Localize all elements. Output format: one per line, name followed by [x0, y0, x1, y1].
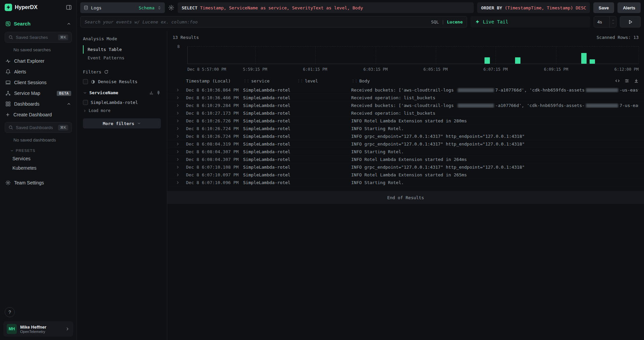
histogram-bar[interactable] — [485, 57, 490, 64]
expand-row-icon[interactable] — [176, 134, 180, 138]
download-icon[interactable] — [634, 78, 639, 83]
log-row[interactable]: Dec 8 6:10:36.466 PM SimpleLambda-rotel … — [167, 94, 644, 102]
more-filters-button[interactable]: More filters — [83, 118, 161, 128]
load-more-label: Load more — [89, 108, 110, 113]
play-button[interactable] — [620, 16, 641, 27]
col-body[interactable]: ⋮⋮Body — [351, 78, 639, 83]
log-row[interactable]: Dec 8 6:07:10.108 PM SimpleLambda-rotel … — [167, 163, 644, 171]
hyperdx-logo[interactable]: HyperDX — [5, 4, 38, 11]
alerts-button[interactable]: Alerts — [617, 2, 641, 13]
chevron-right-icon — [65, 327, 70, 331]
order-by-input[interactable]: ORDER BY (TimestampTime, Timestamp) DESC — [477, 2, 590, 13]
drag-handle-icon[interactable]: ⋮⋮ — [351, 79, 357, 83]
preset-services[interactable]: Services — [0, 154, 77, 163]
lucene-mode-toggle[interactable]: Lucene — [447, 19, 463, 24]
row-body: INFO grpc_endpoint="127.0.0.1:4317" http… — [351, 134, 639, 139]
histogram-bar[interactable] — [590, 59, 595, 64]
source-select[interactable]: Logs Schema — [80, 2, 165, 13]
facet-checkbox[interactable] — [83, 100, 88, 105]
chevron-up-icon — [66, 21, 71, 26]
col-service[interactable]: ⋮⋮service — [243, 78, 293, 83]
sidebar-item-dashboards[interactable]: Dashboards — [0, 99, 77, 109]
expand-row-icon[interactable] — [176, 103, 180, 108]
expand-row-icon[interactable] — [176, 173, 180, 177]
drag-handle-icon[interactable]: ⋮⋮ — [297, 79, 303, 83]
interval-stepper[interactable] — [609, 16, 616, 27]
saved-searches-input[interactable]: Saved Searches ⌘K — [5, 32, 72, 43]
expand-row-icon[interactable] — [176, 111, 180, 115]
facet-simplelambda-rotel[interactable]: SimpleLambda-rotel — [83, 100, 161, 105]
create-dashboard-button[interactable]: Create Dashboard — [0, 109, 77, 120]
pin-icon[interactable] — [156, 91, 161, 95]
log-row[interactable]: Dec 8 6:10:26.724 PM SimpleLambda-rotel … — [167, 132, 644, 140]
mode-results-table[interactable]: Results Table — [83, 45, 161, 54]
saved-dashboards-input[interactable]: Saved Dashboards ⌘K — [5, 122, 72, 133]
x-axis-tick-label: Dec 8 5:57:00 PM — [187, 67, 226, 72]
histogram-plot[interactable] — [187, 46, 639, 64]
sql-mode-toggle[interactable]: SQL — [431, 19, 439, 24]
log-row[interactable]: Dec 8 6:08:04.307 PM SimpleLambda-rotel … — [167, 156, 644, 163]
servicename-filter-group[interactable]: ServiceName — [83, 90, 161, 95]
user-menu[interactable]: MH Mike Heffner OpenTelemetry — [3, 321, 73, 337]
table-header: Timestamp (Local) ⋮⋮service ⋮⋮level ⋮⋮Bo… — [167, 75, 644, 86]
log-row[interactable]: Dec 8 6:10:26.724 PM SimpleLambda-rotel … — [167, 125, 644, 132]
sidebar-item-alerts[interactable]: Alerts — [0, 66, 77, 77]
log-row[interactable]: Dec 8 6:08:04.307 PM SimpleLambda-rotel … — [167, 148, 644, 156]
collapse-sidebar-icon[interactable] — [66, 4, 72, 10]
expand-row-icon[interactable] — [176, 126, 180, 131]
row-service: SimpleLambda-rotel — [243, 165, 293, 170]
sidebar-item-team-settings[interactable]: Team Settings — [0, 177, 77, 188]
query-settings-gear-icon[interactable] — [168, 5, 174, 11]
log-row[interactable]: Dec 8 6:08:04.319 PM SimpleLambda-rotel … — [167, 140, 644, 148]
log-row[interactable]: Dec 8 6:10:26.726 PM SimpleLambda-rotel … — [167, 117, 644, 125]
expand-row-icon[interactable] — [176, 165, 180, 169]
play-icon — [628, 19, 633, 24]
sidebar-item-label: Search — [14, 21, 63, 26]
refresh-interval-select[interactable]: 4s — [594, 16, 616, 27]
log-row[interactable]: Dec 8 6:10:27.173 PM SimpleLambda-rotel … — [167, 109, 644, 117]
toggle-divider: | — [442, 19, 444, 24]
expand-row-icon[interactable] — [176, 142, 180, 146]
load-more-button[interactable]: Load more — [83, 108, 161, 113]
col-timestamp[interactable]: Timestamp (Local) — [186, 78, 240, 83]
mode-event-patterns[interactable]: Event Patterns — [83, 54, 161, 62]
save-button[interactable]: Save — [593, 2, 614, 13]
table-settings-icon[interactable] — [625, 78, 629, 83]
code-view-icon[interactable] — [615, 78, 620, 83]
row-service: SimpleLambda-rotel — [243, 141, 293, 147]
log-row[interactable]: Dec 8 6:10:29.284 PM SimpleLambda-rotel … — [167, 102, 644, 109]
denoise-results-option[interactable]: Denoise Results — [83, 79, 161, 84]
select-clause-input[interactable]: SELECT Timestamp, ServiceName as service… — [178, 2, 474, 13]
row-body: Received buckets: ['aws-cloudtrail-logs … — [351, 103, 639, 108]
sidebar-item-service-map[interactable]: Service Map BETA — [0, 88, 77, 99]
histogram-bar[interactable] — [515, 57, 520, 64]
row-service: SimpleLambda-rotel — [243, 149, 293, 154]
presets-section-toggle[interactable]: PRESETS — [0, 146, 77, 154]
event-search-input[interactable]: Search your events w/ Lucene ex. column:… — [80, 16, 467, 27]
expand-row-icon[interactable] — [176, 96, 180, 100]
histogram-bar[interactable] — [581, 53, 587, 64]
expand-row-icon[interactable] — [176, 157, 180, 162]
log-row[interactable]: Dec 8 6:07:10.097 PM SimpleLambda-rotel … — [167, 171, 644, 179]
expand-row-icon[interactable] — [176, 180, 180, 185]
sidebar-item-chart-explorer[interactable]: Chart Explorer — [0, 56, 77, 66]
sidebar-header: HyperDX — [0, 0, 77, 15]
col-level[interactable]: ⋮⋮level — [297, 78, 348, 83]
log-row[interactable]: Dec 8 6:10:36.864 PM SimpleLambda-rotel … — [167, 86, 644, 94]
expand-row-icon[interactable] — [176, 88, 180, 92]
row-service: SimpleLambda-rotel — [243, 111, 293, 116]
denoise-checkbox[interactable] — [83, 79, 88, 84]
log-row[interactable]: Dec 8 6:07:10.096 PM SimpleLambda-rotel … — [167, 179, 644, 186]
expand-row-icon[interactable] — [176, 150, 180, 154]
drag-handle-icon[interactable]: ⋮⋮ — [243, 79, 249, 83]
schema-link[interactable]: Schema — [139, 5, 154, 10]
sidebar-item-client-sessions[interactable]: Client Sessions — [0, 77, 77, 88]
sidebar-item-search[interactable]: Search — [0, 17, 77, 30]
bar-chart-icon[interactable] — [149, 91, 154, 95]
refresh-icon[interactable] — [104, 70, 108, 74]
help-button[interactable]: ? — [5, 307, 15, 317]
live-tail-button[interactable]: Live Tail — [470, 16, 590, 27]
x-axis-tick-label: 6:09:15 PM — [544, 67, 568, 72]
expand-row-icon[interactable] — [176, 119, 180, 123]
preset-kubernetes[interactable]: Kubernetes — [0, 163, 77, 173]
